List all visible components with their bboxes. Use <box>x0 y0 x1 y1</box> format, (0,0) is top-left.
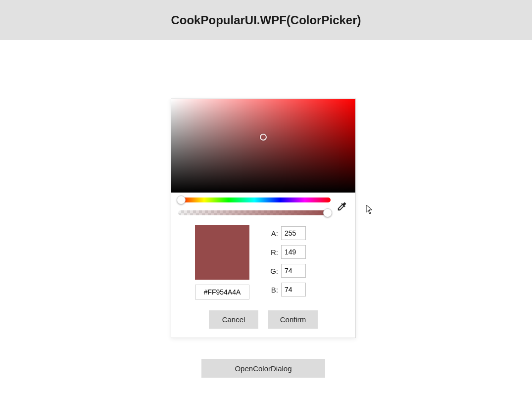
header-bar: CookPopularUI.WPF(ColorPicker) <box>0 0 532 40</box>
blue-row: B: <box>269 283 306 296</box>
blue-input[interactable] <box>281 283 306 296</box>
buttons-row: Cancel Confirm <box>171 303 355 338</box>
open-color-dialog-button[interactable]: OpenColorDialog <box>201 359 325 378</box>
alpha-input[interactable] <box>281 226 306 240</box>
page-title: CookPopularUI.WPF(ColorPicker) <box>171 13 361 27</box>
content-area: A: R: G: B: Cancel Confirm <box>0 40 532 395</box>
sliders-row <box>171 193 355 217</box>
cursor-icon <box>366 205 374 215</box>
alpha-label: A: <box>269 229 278 238</box>
hue-slider[interactable] <box>178 198 331 202</box>
alpha-row: A: <box>269 226 306 240</box>
green-label: G: <box>269 267 278 275</box>
argb-column: A: R: G: B: <box>269 225 306 299</box>
color-picker-panel: A: R: G: B: Cancel Confirm <box>171 99 356 338</box>
red-row: R: <box>269 245 306 259</box>
eyedropper-icon[interactable] <box>336 200 348 213</box>
hex-input[interactable] <box>195 285 249 299</box>
sv-thumb[interactable] <box>260 134 267 141</box>
sv-black-layer <box>171 99 355 193</box>
blue-label: B: <box>269 286 278 294</box>
alpha-overlay <box>178 210 331 215</box>
confirm-button[interactable]: Confirm <box>268 310 318 329</box>
alpha-slider[interactable] <box>178 210 331 215</box>
values-row: A: R: G: B: <box>171 217 355 303</box>
sliders-column <box>178 198 331 215</box>
swatch-column <box>195 225 249 299</box>
green-input[interactable] <box>281 264 306 278</box>
cancel-button[interactable]: Cancel <box>209 310 258 329</box>
color-swatch <box>195 225 249 280</box>
green-row: G: <box>269 264 306 278</box>
alpha-thumb[interactable] <box>323 208 332 217</box>
red-input[interactable] <box>281 245 306 259</box>
red-label: R: <box>269 248 278 256</box>
saturation-value-area[interactable] <box>171 99 355 193</box>
hue-thumb[interactable] <box>177 196 186 204</box>
